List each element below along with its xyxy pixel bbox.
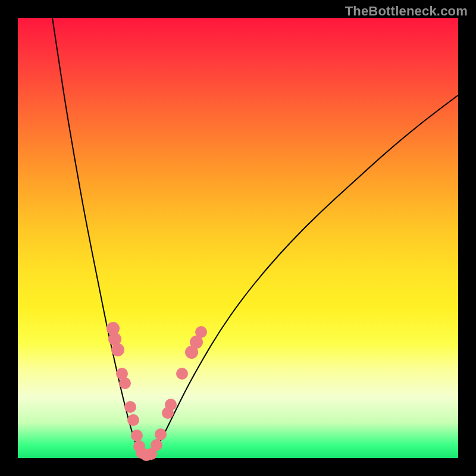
curve-bead xyxy=(155,428,167,440)
curve-left-branch xyxy=(52,18,140,455)
curve-bead xyxy=(119,377,131,389)
curve-bead xyxy=(195,326,207,338)
chart-plot-area xyxy=(18,18,458,458)
curve-bead xyxy=(131,430,143,441)
curve-bead xyxy=(111,343,124,356)
curve-bead xyxy=(127,414,139,426)
watermark-text: TheBottleneck.com xyxy=(345,4,468,19)
curve-svg xyxy=(18,18,458,458)
curve-bead xyxy=(165,399,177,411)
curve-right-branch xyxy=(152,95,458,455)
curve-bead xyxy=(151,439,162,451)
curve-bead xyxy=(176,368,188,380)
curve-bead xyxy=(124,401,136,413)
